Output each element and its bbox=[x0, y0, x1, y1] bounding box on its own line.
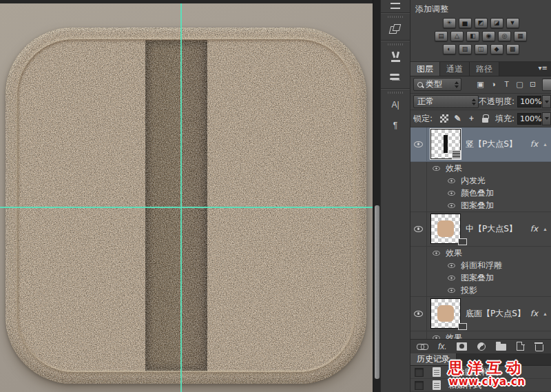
filter-shape-layers-icon[interactable]: ▢ bbox=[513, 79, 526, 90]
layer-name[interactable]: 竖【P大点S】 bbox=[466, 138, 530, 150]
fill-dropdown-button[interactable] bbox=[542, 112, 551, 125]
effects-collapse-icon[interactable]: ▲ bbox=[541, 141, 549, 148]
vibrance-icon[interactable]: ▼ bbox=[506, 18, 519, 28]
effects-header-row[interactable]: 效果 bbox=[410, 247, 551, 260]
add-layer-style-icon[interactable]: fx. bbox=[438, 340, 447, 353]
filter-toggle-switch[interactable] bbox=[542, 79, 551, 91]
opacity-value-field[interactable]: 100% bbox=[517, 96, 541, 107]
black-white-icon[interactable]: ◧ bbox=[466, 31, 479, 41]
layer-row[interactable]: 底面【P大点S】fx▲ bbox=[410, 297, 551, 331]
tool-presets-icon[interactable] bbox=[381, 67, 410, 87]
layer-thumbnail[interactable] bbox=[430, 298, 461, 329]
canvas-area[interactable] bbox=[0, 0, 373, 392]
effects-header-row[interactable]: 效果 bbox=[410, 331, 551, 339]
layer-visibility-toggle[interactable] bbox=[414, 307, 423, 320]
delete-layer-icon[interactable] bbox=[534, 340, 543, 353]
effect-visibility-toggle[interactable] bbox=[447, 284, 456, 296]
hue-saturation-icon[interactable]: ▤ bbox=[435, 31, 448, 41]
layer-eye-column bbox=[410, 127, 427, 161]
layer-thumbnail[interactable] bbox=[430, 214, 461, 244]
lock-position-icon[interactable]: + bbox=[466, 113, 477, 125]
collapsed-panel-icon-shape bbox=[391, 3, 400, 9]
filter-type-dropdown[interactable]: 类型 bbox=[413, 78, 461, 91]
history-source-checkbox[interactable] bbox=[415, 368, 424, 377]
effect-row[interactable]: 图案叠加 bbox=[410, 200, 551, 212]
layer-thumbnail[interactable] bbox=[430, 129, 461, 159]
effect-visibility-toggle[interactable] bbox=[447, 175, 456, 187]
panel-menu-icon[interactable]: ▾≡ bbox=[535, 62, 551, 76]
effect-visibility-toggle[interactable] bbox=[447, 199, 456, 212]
add-layer-mask-icon[interactable] bbox=[457, 340, 467, 353]
channel-mixer-icon[interactable]: ◎ bbox=[498, 31, 511, 41]
paragraph-panel-icon[interactable]: ¶ bbox=[381, 115, 410, 136]
effects-header-row[interactable]: 效果 bbox=[410, 162, 551, 175]
filter-type-layers-icon[interactable]: T bbox=[500, 79, 513, 90]
new-layer-icon-shape bbox=[517, 342, 524, 351]
canvas-scrollbar-thumb[interactable] bbox=[375, 205, 380, 379]
layer-name[interactable]: 底面【P大点S】 bbox=[466, 308, 530, 320]
history-row[interactable]: 粘贴样式 bbox=[410, 379, 551, 392]
dock-grip[interactable] bbox=[388, 43, 403, 45]
brightness-contrast-icon[interactable]: ☀ bbox=[443, 18, 456, 28]
collapsed-panel-icon[interactable] bbox=[381, 0, 410, 12]
curves-icon[interactable]: ◩ bbox=[475, 18, 488, 28]
effect-row[interactable]: 内发光 bbox=[410, 175, 551, 187]
filter-pixel-layers-icon[interactable]: ▣ bbox=[474, 79, 487, 90]
effects-collapse-icon[interactable]: ▲ bbox=[541, 310, 549, 318]
link-layers-icon[interactable] bbox=[417, 340, 428, 353]
effects-collapse-icon[interactable]: ▲ bbox=[541, 225, 549, 233]
opacity-dropdown-button[interactable] bbox=[542, 95, 551, 108]
lock-transparent-pixels-icon[interactable] bbox=[438, 113, 450, 125]
gradient-map-icon[interactable]: ◆ bbox=[490, 44, 503, 54]
effect-row[interactable]: 图案叠加 bbox=[410, 272, 551, 285]
effect-row[interactable]: 斜面和浮雕 bbox=[410, 260, 551, 272]
tab-paths[interactable]: 路径 bbox=[470, 62, 499, 76]
effect-visibility-toggle[interactable] bbox=[447, 260, 456, 272]
layer-visibility-toggle[interactable] bbox=[414, 223, 423, 235]
new-layer-icon[interactable] bbox=[517, 340, 524, 353]
new-adjustment-layer-icon[interactable] bbox=[477, 340, 486, 353]
canvas-scrollbar[interactable] bbox=[373, 0, 380, 392]
photo-filter-icon[interactable]: ◉ bbox=[482, 31, 495, 41]
new-group-icon[interactable] bbox=[496, 340, 506, 353]
clone-source-icon[interactable] bbox=[381, 19, 410, 39]
effect-visibility-toggle[interactable] bbox=[447, 272, 456, 285]
tab-history[interactable]: 历史记录 bbox=[410, 353, 457, 365]
blend-mode-dropdown[interactable]: 正常 bbox=[413, 95, 479, 108]
exposure-icon[interactable]: ◪ bbox=[490, 18, 503, 28]
threshold-icon[interactable]: ◫ bbox=[475, 44, 488, 54]
lock-image-pixels-icon[interactable]: ✎ bbox=[452, 113, 464, 125]
effect-row[interactable]: 投影 bbox=[410, 285, 551, 297]
effect-visibility-toggle[interactable] bbox=[447, 187, 456, 200]
layer-row[interactable]: 竖【P大点S】fx▲ bbox=[410, 127, 551, 162]
tab-channels[interactable]: 通道 bbox=[440, 62, 470, 76]
effects-visibility-toggle[interactable] bbox=[432, 162, 441, 174]
thumbnail-content bbox=[444, 135, 448, 153]
effect-row[interactable]: 颜色叠加 bbox=[410, 187, 551, 200]
color-lookup-icon[interactable]: ▦ bbox=[514, 31, 527, 41]
history-row[interactable]: 清除图层样式 bbox=[410, 366, 551, 379]
selective-color-icon[interactable]: ▩ bbox=[506, 44, 519, 54]
dock-grip[interactable] bbox=[388, 16, 403, 18]
history-source-checkbox[interactable] bbox=[415, 381, 424, 390]
color-balance-icon[interactable]: △ bbox=[450, 31, 464, 41]
layer-visibility-toggle[interactable] bbox=[414, 138, 423, 150]
filter-smart-objects-icon[interactable]: ⊡ bbox=[526, 79, 539, 90]
eye-icon bbox=[448, 191, 455, 196]
effects-visibility-toggle[interactable] bbox=[432, 247, 441, 259]
filter-adjustment-layers-icon[interactable]: ◑ bbox=[487, 79, 500, 90]
levels-icon[interactable]: ▅ bbox=[459, 18, 472, 28]
style-badge-icon bbox=[458, 323, 467, 330]
character-panel-icon[interactable]: A| bbox=[381, 94, 410, 115]
fill-value-field[interactable]: 100% bbox=[517, 113, 541, 125]
tab-layers[interactable]: 图层 bbox=[410, 62, 440, 76]
lock-all-icon[interactable] bbox=[479, 113, 491, 125]
layer-name[interactable]: 中【P大点S】 bbox=[466, 223, 530, 235]
dock-grip[interactable] bbox=[388, 92, 403, 94]
effects-visibility-toggle[interactable] bbox=[432, 331, 441, 338]
posterize-icon[interactable]: ▨ bbox=[459, 44, 472, 54]
invert-icon[interactable]: ◐ bbox=[443, 44, 456, 54]
brush-presets-icon[interactable] bbox=[381, 46, 410, 67]
dock-separator bbox=[381, 12, 410, 14]
layer-row[interactable]: 中【P大点S】fx▲ bbox=[410, 212, 551, 247]
